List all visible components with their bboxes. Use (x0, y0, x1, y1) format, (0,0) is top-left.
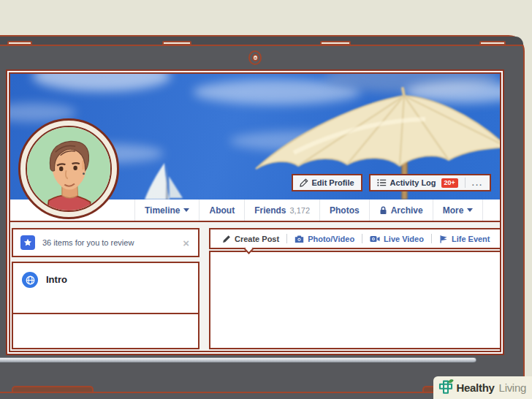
camera-icon (294, 235, 304, 243)
review-banner-text: 36 items for you to review (42, 238, 174, 247)
notification-badge: 20+ (441, 178, 458, 188)
toolbar-divider (286, 234, 287, 243)
edit-profile-label: Edit Profile (312, 178, 354, 187)
tab-label: Timeline (145, 205, 180, 216)
chevron-down-icon (183, 208, 189, 212)
tab-photos[interactable]: Photos (320, 200, 370, 221)
activity-log-button[interactable]: Activity Log 20+ (370, 175, 465, 190)
lid-hinge-tab (320, 41, 351, 45)
leaf-cross-icon (438, 379, 454, 396)
tab-more[interactable]: More (433, 200, 484, 221)
tab-label: About (209, 205, 235, 216)
list-icon (377, 178, 387, 187)
composer-toolbar: Create Post Photo/Video (209, 228, 501, 249)
brand-name-light: Living (499, 381, 526, 394)
lid-hinge-tab (479, 41, 506, 45)
activity-log-label: Activity Log (390, 178, 436, 187)
lid-hinge-tab (162, 41, 191, 45)
toolbar-divider (362, 234, 362, 243)
pencil-icon (222, 235, 231, 243)
close-icon[interactable]: × (181, 238, 191, 248)
tab-timeline[interactable]: Timeline (134, 200, 200, 221)
more-options-button[interactable]: ... (466, 175, 490, 190)
lock-icon (379, 206, 387, 215)
lid-hinge-tab (7, 41, 32, 45)
live-video-tab[interactable]: Live Video (364, 229, 430, 248)
profile-picture[interactable] (18, 118, 119, 219)
tab-label: Photos (330, 205, 360, 216)
healthy-living-logo: HealthyLiving (433, 376, 532, 399)
chevron-down-icon (467, 208, 473, 212)
tab-label: Friends (254, 205, 286, 216)
intro-section: Intro (12, 262, 200, 314)
life-event-tab[interactable]: Life Event (433, 229, 496, 248)
photo-video-tab[interactable]: Photo/Video (289, 229, 360, 248)
screen-bezel-bar (0, 357, 476, 362)
intro-label: Intro (46, 272, 67, 285)
sailboat-illustration (140, 160, 193, 200)
flag-icon (439, 235, 448, 243)
toolbar-divider (431, 234, 432, 243)
composer-tab-label: Photo/Video (308, 235, 354, 243)
tab-label: More (443, 205, 464, 216)
ellipsis-icon: ... (472, 179, 483, 187)
tab-archive[interactable]: Archive (370, 200, 433, 221)
sidebar-empty-card (12, 313, 200, 349)
facebook-profile-page: Edit Profile Activity Log 20+ ... (9, 72, 501, 352)
webcam-icon (248, 50, 262, 65)
composer-tab-label: Live Video (384, 235, 424, 243)
brand-name-bold: Healthy (457, 381, 495, 394)
activity-log-group: Activity Log 20+ ... (369, 174, 491, 191)
cover-action-buttons: Edit Profile Activity Log 20+ ... (292, 174, 491, 191)
composer-tab-label: Life Event (452, 235, 490, 243)
star-icon (20, 235, 35, 250)
cloud (32, 74, 171, 91)
avatar (26, 126, 112, 212)
globe-icon (22, 272, 38, 288)
edit-profile-button[interactable]: Edit Profile (292, 174, 362, 191)
friends-count: 3,172 (289, 206, 310, 215)
laptop-lid-edge (0, 37, 523, 46)
pencil-icon (300, 178, 308, 187)
profile-content: 36 items for you to review × Intro Cr (10, 224, 500, 351)
post-feed-area (209, 251, 501, 349)
tab-about[interactable]: About (200, 200, 245, 221)
tab-friends[interactable]: Friends 3,172 (245, 200, 320, 221)
laptop-screen: Edit Profile Activity Log 20+ ... (6, 69, 504, 355)
video-camera-icon (370, 235, 380, 243)
review-banner[interactable]: 36 items for you to review × (12, 228, 200, 257)
create-post-tab[interactable]: Create Post (216, 229, 285, 248)
composer-tab-label: Create Post (235, 235, 279, 243)
tab-label: Archive (391, 205, 423, 216)
